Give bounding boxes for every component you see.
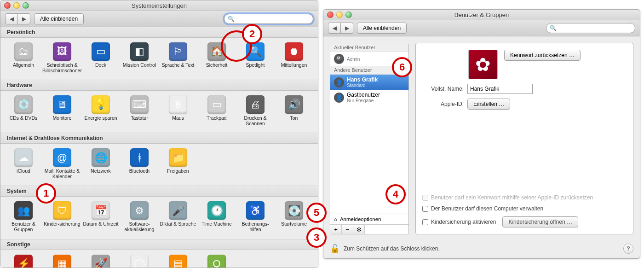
pref-item[interactable]: ▤Norton QuickMenu xyxy=(160,255,196,268)
titlebar: Benutzer & Gruppen xyxy=(323,10,640,20)
pref-icon: 🏠 xyxy=(207,42,226,61)
user-actions-button[interactable]: ✻ xyxy=(353,225,365,234)
show-all-button[interactable]: Alle einblenden xyxy=(357,23,407,34)
pref-icon: ☁ xyxy=(14,148,33,167)
pref-icon: 📅 xyxy=(92,201,110,220)
parental-checkbox[interactable] xyxy=(422,219,428,225)
pref-icon: 🖱 xyxy=(169,95,187,114)
reset-password-button[interactable]: Kennwort zurücksetzen … xyxy=(504,50,581,61)
full-name-input[interactable] xyxy=(467,84,533,94)
window-title: Systemeinstellungen xyxy=(0,2,318,9)
pref-label: Bedienungs-hilfen xyxy=(237,221,274,232)
pref-item[interactable]: 💽Startvolume xyxy=(276,201,312,232)
login-options-row[interactable]: ⌂ Anmeldeoptionen xyxy=(330,214,408,224)
back-button[interactable]: ◀ xyxy=(5,13,18,24)
users-body: Aktueller Benutzer 🎱 Admin Andere Benutz… xyxy=(323,36,640,241)
pref-item[interactable]: 🎤Diktat & Sprache xyxy=(160,201,196,232)
section-grid: 👥Benutzer & Gruppen🛡Kinder-sicherung📅Dat… xyxy=(0,197,318,239)
pref-item[interactable]: 💡Energie sparen xyxy=(82,95,119,126)
lock-icon[interactable]: 🔓 xyxy=(330,244,340,254)
search-input[interactable] xyxy=(224,14,313,24)
pref-item[interactable]: 🖼Schreibtisch & Bildschirmschoner xyxy=(44,42,80,73)
apple-id-reset-label: Benutzer darf sein Kennwort mithilfe sei… xyxy=(431,194,593,201)
lock-text: Zum Schützen auf das Schloss klicken. xyxy=(344,245,440,252)
pref-item[interactable]: ◧Mission Control xyxy=(121,42,158,73)
search-icon: 🔍 xyxy=(228,16,235,22)
user-list: Aktueller Benutzer 🎱 Admin Andere Benutz… xyxy=(330,43,409,234)
pref-item[interactable]: 🕐Time Machine xyxy=(198,201,235,232)
user-row[interactable]: 👤GastbenutzerNur Freigabe xyxy=(330,90,408,105)
pref-item[interactable]: 🚀Launchpad xyxy=(82,255,119,268)
user-role: Standard xyxy=(347,83,378,88)
pref-item[interactable]: 🔊Ton xyxy=(276,95,312,126)
pref-icon: 🗂 xyxy=(14,42,33,61)
pref-label: Kinder-sicherung xyxy=(44,221,80,227)
pref-item[interactable]: ⚙Software-aktualisierung xyxy=(121,201,158,232)
help-button[interactable]: ? xyxy=(623,244,633,254)
show-all-button[interactable]: Alle einblenden xyxy=(34,13,84,24)
pref-item[interactable]: ⏺Mitteilungen xyxy=(276,42,312,73)
pref-label: Diktat & Sprache xyxy=(160,221,196,227)
preference-grid: Persönlich🗂Allgemein🖼Schreibtisch & Bild… xyxy=(0,27,318,268)
pref-item[interactable]: 📁Freigaben xyxy=(160,148,196,179)
pref-item[interactable]: 🖥Monitore xyxy=(44,95,80,126)
pref-item[interactable]: @Mail, Kontakte & Kalender xyxy=(44,148,80,179)
pref-label: Ton xyxy=(290,115,298,121)
pref-item[interactable]: ▭Dock xyxy=(82,42,119,73)
pref-item[interactable]: 🌐Netzwerk xyxy=(82,148,119,179)
apple-id-label: Apple-ID: xyxy=(422,101,464,107)
pref-item[interactable]: QQuark Update xyxy=(198,255,235,268)
forward-button[interactable]: ▶ xyxy=(18,13,30,24)
parental-checkbox-row[interactable]: Kindersicherung aktivieren Kindersicheru… xyxy=(422,216,627,227)
pref-icon: 🔊 xyxy=(285,95,303,114)
pref-item[interactable]: 🏠Sicherheit xyxy=(198,42,235,73)
pref-item[interactable]: ☁iCloud xyxy=(5,148,42,179)
pref-label: Datum & Uhrzeit xyxy=(83,221,118,227)
user-row[interactable]: 👤Hans GrafikStandard xyxy=(330,75,408,90)
current-user-row[interactable]: 🎱 Admin xyxy=(330,52,408,66)
pref-item[interactable]: 🖨Drucken & Scannen xyxy=(237,95,274,126)
pref-label: Freigaben xyxy=(167,168,189,174)
pref-label: Tastatur xyxy=(131,115,148,121)
pref-item[interactable]: ♿Bedienungs-hilfen xyxy=(237,201,274,232)
admin-label: Der Benutzer darf diesen Computer verwal… xyxy=(431,205,543,212)
back-button[interactable]: ◀ xyxy=(328,23,341,34)
admin-checkbox-row[interactable]: Der Benutzer darf diesen Computer verwal… xyxy=(422,205,627,212)
forward-button[interactable]: ▶ xyxy=(341,23,353,34)
pref-icon: ⌨ xyxy=(130,95,149,114)
toolbar: ◀ ▶ Alle einblenden 🔍 xyxy=(0,11,318,27)
pref-item[interactable]: 💿CDs & DVDs xyxy=(5,95,42,126)
search-input[interactable] xyxy=(546,23,635,33)
pref-item[interactable]: ᚼBluetooth xyxy=(121,148,158,179)
pref-item[interactable]: 🖱Maus xyxy=(160,95,196,126)
pref-icon: 🕐 xyxy=(207,201,226,220)
pref-label: Sprache & Text xyxy=(161,62,194,68)
pref-item[interactable]: 🛡Kinder-sicherung xyxy=(44,201,80,232)
pref-label: Dock xyxy=(95,62,106,68)
pref-label: Maus xyxy=(172,115,184,121)
apple-id-set-button[interactable]: Einstellen … xyxy=(467,99,510,110)
add-user-button[interactable]: + xyxy=(330,225,342,234)
pref-label: Mission Control xyxy=(123,62,156,68)
pref-item[interactable]: 🏳Sprache & Text xyxy=(160,42,196,73)
search-icon: 🔍 xyxy=(550,25,557,31)
pref-item[interactable]: ▦GoPro xyxy=(44,255,80,268)
nav-buttons: ◀ ▶ xyxy=(5,13,30,24)
system-preferences-window: Systemeinstellungen ◀ ▶ Alle einblenden … xyxy=(0,0,318,268)
pref-item[interactable]: 📅Datum & Uhrzeit xyxy=(82,201,119,232)
pref-item[interactable]: ⌨Tastatur xyxy=(121,95,158,126)
pref-item[interactable]: 🔍Spotlight xyxy=(237,42,274,73)
pref-item[interactable]: 👥Benutzer & Gruppen xyxy=(5,201,42,232)
user-avatar[interactable]: ✿ xyxy=(468,50,498,79)
pref-label: Startvolume xyxy=(281,221,307,227)
remove-user-button[interactable]: − xyxy=(342,225,353,234)
admin-checkbox[interactable] xyxy=(422,206,428,212)
pref-icon: Q xyxy=(207,255,226,268)
pref-item[interactable]: ◯Control Center xyxy=(121,255,158,268)
pref-icon: 📁 xyxy=(169,148,187,167)
user-list-footer: + − ✻ xyxy=(330,224,408,234)
open-parental-button[interactable]: Kindersicherung öffnen … xyxy=(502,216,578,227)
pref-item[interactable]: 🗂Allgemein xyxy=(5,42,42,73)
pref-item[interactable]: ⚡Flash Player xyxy=(5,255,42,268)
pref-item[interactable]: ▭Trackpad xyxy=(198,95,235,126)
